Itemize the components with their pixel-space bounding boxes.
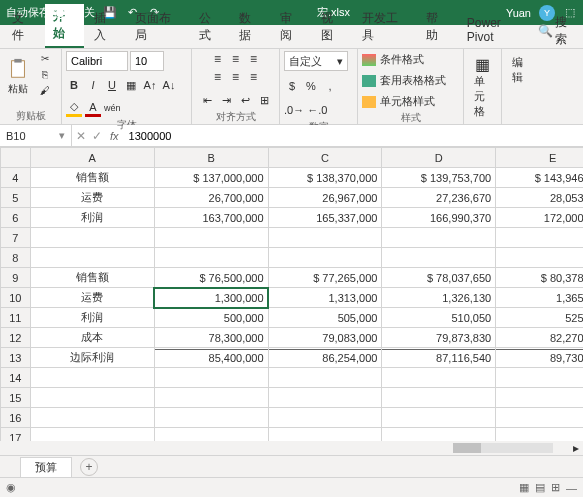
copy-icon[interactable]: ⎘ bbox=[36, 67, 54, 81]
cell[interactable]: 500,000 bbox=[154, 308, 268, 328]
enter-icon[interactable]: ✓ bbox=[92, 129, 102, 143]
cell[interactable]: 85,400,000 bbox=[154, 348, 268, 368]
cell[interactable]: 销售额 bbox=[30, 168, 154, 188]
tab-审阅[interactable]: 审阅 bbox=[272, 6, 311, 48]
cell[interactable]: $ 139,753,700 bbox=[382, 168, 496, 188]
cell[interactable]: 26,700,000 bbox=[154, 188, 268, 208]
cell[interactable] bbox=[154, 248, 268, 268]
cell[interactable]: $ 78,037,650 bbox=[382, 268, 496, 288]
tab-插入[interactable]: 插入 bbox=[86, 6, 125, 48]
cell[interactable]: 1,326,130 bbox=[382, 288, 496, 308]
add-sheet-button[interactable]: + bbox=[80, 458, 98, 476]
font-color-button[interactable]: A bbox=[85, 99, 101, 117]
cell[interactable] bbox=[268, 388, 382, 408]
col-header[interactable]: B bbox=[154, 148, 268, 168]
underline-button[interactable]: U bbox=[104, 76, 120, 94]
font-size-select[interactable] bbox=[130, 51, 164, 71]
row-header[interactable]: 10 bbox=[1, 288, 31, 308]
cell[interactable]: 26,967,000 bbox=[268, 188, 382, 208]
decimal-inc-icon[interactable]: .0→ bbox=[284, 101, 304, 119]
cell[interactable] bbox=[496, 408, 583, 428]
cell[interactable] bbox=[496, 248, 583, 268]
percent-icon[interactable]: % bbox=[303, 77, 319, 95]
cell[interactable]: 27,236,670 bbox=[382, 188, 496, 208]
formula-input[interactable] bbox=[123, 125, 583, 146]
cell[interactable]: 1,313,000 bbox=[268, 288, 382, 308]
cell[interactable] bbox=[268, 368, 382, 388]
cell[interactable]: 79,873,830 bbox=[382, 328, 496, 348]
col-header[interactable]: C bbox=[268, 148, 382, 168]
cell[interactable]: 成本 bbox=[30, 328, 154, 348]
col-header[interactable]: D bbox=[382, 148, 496, 168]
view-layout-icon[interactable]: ▤ bbox=[535, 481, 545, 494]
row-header[interactable]: 16 bbox=[1, 408, 31, 428]
cell[interactable]: 28,053,770 bbox=[496, 188, 583, 208]
view-normal-icon[interactable]: ▦ bbox=[519, 481, 529, 494]
cell[interactable]: 510,050 bbox=[382, 308, 496, 328]
cell[interactable]: $ 137,000,000 bbox=[154, 168, 268, 188]
cell[interactable]: 82,270,040 bbox=[496, 328, 583, 348]
cell[interactable] bbox=[154, 368, 268, 388]
view-break-icon[interactable]: ⊞ bbox=[551, 481, 560, 494]
cell[interactable] bbox=[496, 388, 583, 408]
row-header[interactable]: 14 bbox=[1, 368, 31, 388]
font-name-select[interactable] bbox=[66, 51, 128, 71]
font-shrink-icon[interactable]: A↓ bbox=[161, 76, 177, 94]
row-header[interactable]: 7 bbox=[1, 228, 31, 248]
table-format-button[interactable]: 套用表格格式 bbox=[362, 72, 446, 89]
indent-left-icon[interactable]: ⇤ bbox=[199, 91, 215, 109]
cell[interactable]: 1,365,910 bbox=[496, 288, 583, 308]
cell[interactable]: 1,300,000 bbox=[154, 288, 268, 308]
currency-icon[interactable]: $ bbox=[284, 77, 300, 95]
cell[interactable]: 78,300,000 bbox=[154, 328, 268, 348]
row-header[interactable]: 11 bbox=[1, 308, 31, 328]
tab-页面布局[interactable]: 页面布局 bbox=[127, 6, 189, 48]
cell[interactable]: 89,730,040 bbox=[496, 348, 583, 368]
tab-文件[interactable]: 文件 bbox=[4, 6, 43, 48]
name-box[interactable]: B10▾ bbox=[0, 125, 72, 146]
row-header[interactable]: 4 bbox=[1, 168, 31, 188]
cells-button[interactable]: ▦ 单元格 bbox=[468, 51, 497, 123]
macro-record-icon[interactable]: ◉ bbox=[6, 481, 16, 494]
cell[interactable]: 525,350 bbox=[496, 308, 583, 328]
col-header[interactable]: E bbox=[496, 148, 583, 168]
conditional-format-button[interactable]: 条件格式 bbox=[362, 51, 424, 68]
bold-button[interactable]: B bbox=[66, 76, 82, 94]
row-header[interactable]: 9 bbox=[1, 268, 31, 288]
cell[interactable] bbox=[268, 228, 382, 248]
cell[interactable]: 销售额 bbox=[30, 268, 154, 288]
sheet-tab[interactable]: 预算 bbox=[20, 457, 72, 477]
wrap-text-icon[interactable]: ↩ bbox=[237, 91, 253, 109]
phonetic-button[interactable]: wén bbox=[104, 99, 121, 117]
decimal-dec-icon[interactable]: ←.0 bbox=[307, 101, 327, 119]
cell[interactable]: 86,254,000 bbox=[268, 348, 382, 368]
cut-icon[interactable]: ✂ bbox=[36, 51, 54, 65]
tab-视图[interactable]: 视图 bbox=[313, 6, 352, 48]
cell[interactable]: 运费 bbox=[30, 188, 154, 208]
row-header[interactable]: 12 bbox=[1, 328, 31, 348]
cell[interactable] bbox=[154, 228, 268, 248]
number-format-select[interactable]: 自定义▾ bbox=[284, 51, 348, 71]
edit-button[interactable]: 编辑 bbox=[506, 51, 532, 89]
cell[interactable]: $ 76,500,000 bbox=[154, 268, 268, 288]
cell[interactable]: 运费 bbox=[30, 288, 154, 308]
cell[interactable]: 利润 bbox=[30, 208, 154, 228]
paste-button[interactable]: 粘贴 bbox=[4, 51, 32, 101]
cell[interactable]: $ 138,370,000 bbox=[268, 168, 382, 188]
cell[interactable]: $ 80,378,780 bbox=[496, 268, 583, 288]
horizontal-scrollbar[interactable]: ▸ bbox=[0, 441, 583, 455]
cell[interactable]: 172,000,080 bbox=[496, 208, 583, 228]
cell[interactable] bbox=[30, 388, 154, 408]
cell[interactable] bbox=[268, 248, 382, 268]
tab-公式[interactable]: 公式 bbox=[191, 6, 230, 48]
cell[interactable] bbox=[496, 368, 583, 388]
font-grow-icon[interactable]: A↑ bbox=[142, 76, 158, 94]
align-buttons[interactable]: ≡≡≡≡≡≡ bbox=[210, 51, 262, 85]
cell-style-button[interactable]: 单元格样式 bbox=[362, 93, 435, 110]
tab-Power Pivot[interactable]: Power Pivot bbox=[459, 12, 536, 48]
cell[interactable]: 165,337,000 bbox=[268, 208, 382, 228]
cell[interactable]: $ 77,265,000 bbox=[268, 268, 382, 288]
border-button[interactable]: ▦ bbox=[123, 76, 139, 94]
row-header[interactable]: 8 bbox=[1, 248, 31, 268]
cell[interactable] bbox=[496, 228, 583, 248]
